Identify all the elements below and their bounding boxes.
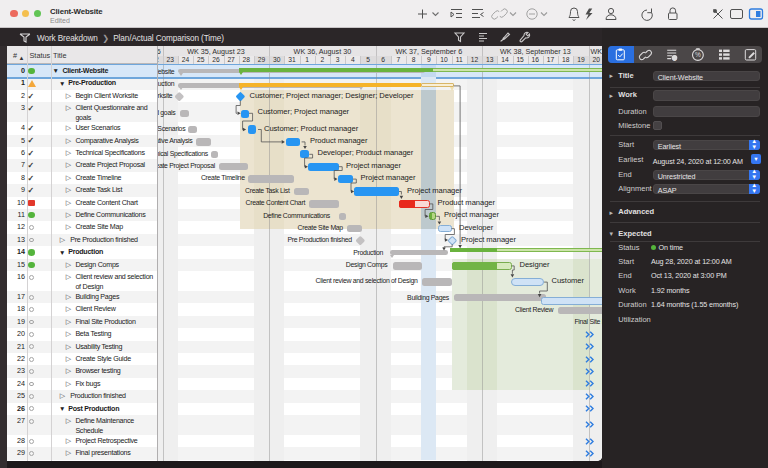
svg-text:$: $ <box>673 54 676 60</box>
svg-text:%: % <box>695 51 701 58</box>
